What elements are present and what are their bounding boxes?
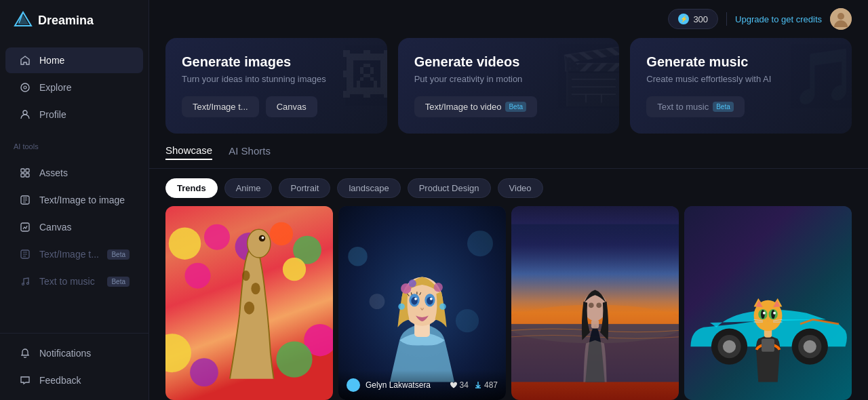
filter-landscape[interactable]: landscape xyxy=(337,178,400,198)
image-cell-giraffe[interactable] xyxy=(165,206,333,400)
svg-rect-11 xyxy=(21,223,29,231)
svg-rect-9 xyxy=(26,174,29,177)
videos-bg-decoration: 🎬 xyxy=(558,45,619,108)
text-video-btn-label: Text/Image to video xyxy=(425,102,502,112)
page-header: ⚡ 300 Upgrade to get credits xyxy=(149,0,868,38)
text-music-label: Text to music xyxy=(39,276,95,287)
tab-showcase[interactable]: Showcase xyxy=(165,144,212,160)
svg-rect-6 xyxy=(21,169,24,172)
svg-point-49 xyxy=(398,303,405,310)
svg-rect-51 xyxy=(511,224,679,302)
canvas-btn-label: Canvas xyxy=(277,102,307,112)
assets-label: Assets xyxy=(39,167,68,178)
filter-product-design[interactable]: Product Design xyxy=(408,178,491,198)
svg-point-48 xyxy=(430,298,433,300)
notifications-label: Notifications xyxy=(39,348,91,359)
filter-portrait[interactable]: Portrait xyxy=(279,178,330,198)
sidebar-item-text-image-t[interactable]: Text/Image t... Beta xyxy=(5,241,143,267)
sidebar-item-explore[interactable]: Explore xyxy=(5,75,143,100)
svg-point-17 xyxy=(169,227,201,260)
generate-images-card: Generate images Turn your ideas into stu… xyxy=(165,38,387,134)
video-beta-badge: Beta xyxy=(505,102,526,112)
sidebar-item-text-music[interactable]: Text to music Beta xyxy=(5,268,143,294)
sidebar: Dreamina Home Explore xyxy=(0,0,149,400)
credits-button[interactable]: ⚡ 300 xyxy=(668,9,718,29)
upgrade-button[interactable]: Upgrade to get credits xyxy=(735,14,822,24)
sidebar-item-notifications[interactable]: Notifications xyxy=(5,340,143,366)
svg-point-34 xyxy=(348,247,368,266)
generate-videos-card: Generate videos Put your creativity in m… xyxy=(398,38,620,134)
svg-point-47 xyxy=(414,298,417,300)
svg-point-63 xyxy=(804,340,816,353)
text-image-label: Text/Image to image xyxy=(39,195,125,205)
generate-music-card: Generate music Create music effortlessly… xyxy=(630,38,852,134)
feature-cards: Generate images Turn your ideas into stu… xyxy=(149,38,868,144)
svg-point-56 xyxy=(589,303,594,308)
image-cell-sunset[interactable] xyxy=(511,206,679,400)
svg-point-14 xyxy=(27,283,29,285)
svg-point-50 xyxy=(439,303,446,310)
canvas-label: Canvas xyxy=(39,222,71,233)
svg-point-23 xyxy=(283,258,306,281)
assets-icon xyxy=(19,167,31,179)
svg-point-3 xyxy=(21,83,29,92)
sidebar-item-home[interactable]: Home xyxy=(5,47,143,73)
notifications-icon xyxy=(19,347,31,359)
svg-point-22 xyxy=(185,263,211,289)
text-image-icon xyxy=(19,194,31,206)
likes-count: 34 xyxy=(460,380,469,390)
ai-tools-label: AI tools xyxy=(0,134,149,153)
music-icon xyxy=(19,275,31,287)
svg-rect-8 xyxy=(21,174,24,177)
filter-video[interactable]: Video xyxy=(498,178,543,198)
music-beta-badge: Beta xyxy=(713,102,734,112)
image-cell-cat[interactable] xyxy=(684,206,852,400)
svg-point-13 xyxy=(22,283,24,285)
svg-point-37 xyxy=(456,309,479,332)
text-image-video-button[interactable]: Text/Image to video Beta xyxy=(414,96,537,117)
image-cell-princess[interactable]: Gelyn Lakwatsera 34 487 xyxy=(338,206,506,400)
images-bg-decoration: 🖼 xyxy=(340,45,387,107)
author-name: Gelyn Lakwatsera xyxy=(366,380,444,390)
content-tabs: Showcase AI Shorts xyxy=(149,144,868,169)
sidebar-item-assets[interactable]: Assets xyxy=(5,160,143,186)
svg-point-25 xyxy=(251,283,260,294)
svg-point-29 xyxy=(262,237,264,239)
header-divider xyxy=(726,12,727,26)
image-overlay-princess: Gelyn Lakwatsera 34 487 xyxy=(338,370,506,400)
canvas-button[interactable]: Canvas xyxy=(266,96,317,117)
svg-rect-7 xyxy=(26,169,29,172)
svg-point-71 xyxy=(763,312,766,315)
image-grid: Gelyn Lakwatsera 34 487 xyxy=(149,206,868,400)
feedback-label: Feedback xyxy=(39,375,81,386)
svg-point-36 xyxy=(370,294,385,309)
tools-nav: Assets Text/Image to image Canvas xyxy=(0,153,149,301)
tab-ai-shorts[interactable]: AI Shorts xyxy=(229,145,271,159)
text-music-button[interactable]: Text to music Beta xyxy=(646,96,744,117)
feedback-icon xyxy=(19,374,31,386)
svg-point-33 xyxy=(276,342,312,378)
sidebar-item-profile[interactable]: Profile xyxy=(5,102,143,127)
filter-trends[interactable]: Trends xyxy=(165,178,218,198)
svg-point-26 xyxy=(244,302,254,315)
user-avatar[interactable] xyxy=(830,8,852,30)
sidebar-item-text-image[interactable]: Text/Image to image xyxy=(5,187,143,213)
svg-point-30 xyxy=(165,334,191,372)
canvas-icon xyxy=(19,221,31,233)
svg-point-42 xyxy=(434,283,443,292)
svg-point-41 xyxy=(409,279,416,287)
svg-point-18 xyxy=(204,224,230,250)
likes-stat: 34 xyxy=(450,380,469,390)
svg-point-4 xyxy=(24,86,26,89)
svg-point-20 xyxy=(270,222,293,245)
filter-pills: Trends Anime Portrait landscape Product … xyxy=(149,169,868,206)
sidebar-item-canvas[interactable]: Canvas xyxy=(5,214,143,240)
svg-point-32 xyxy=(190,358,218,386)
dreamina-logo-icon xyxy=(14,11,33,30)
text-image-button[interactable]: Text/Image t... xyxy=(182,96,259,117)
profile-label: Profile xyxy=(39,109,66,120)
home-icon xyxy=(19,54,31,66)
svg-point-24 xyxy=(242,271,250,281)
sidebar-item-feedback[interactable]: Feedback xyxy=(5,367,143,393)
filter-anime[interactable]: Anime xyxy=(224,178,273,198)
